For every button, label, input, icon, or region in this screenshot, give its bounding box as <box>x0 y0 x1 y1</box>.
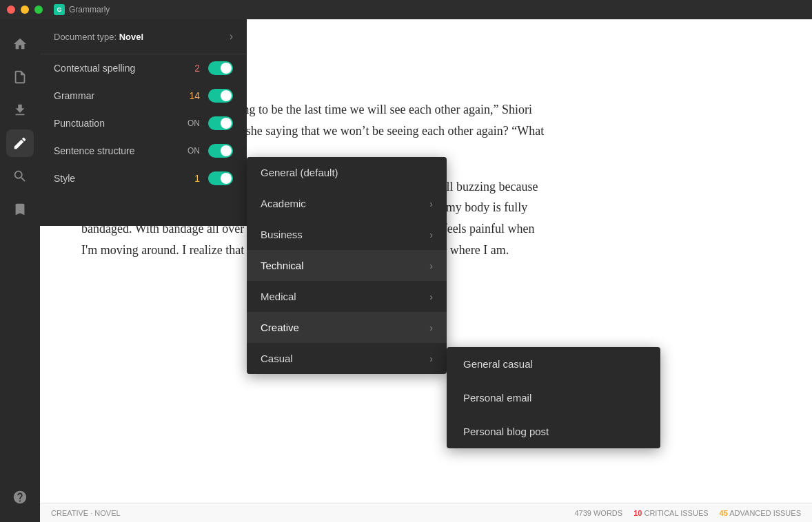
sentence-structure-item: Sentence structure ON <box>40 137 247 165</box>
critical-count: 10 <box>633 509 642 517</box>
sidebar-item-document[interactable] <box>6 63 34 91</box>
dropdown-item-general[interactable]: General (default) <box>247 157 447 188</box>
sidebar <box>0 19 40 522</box>
dropdown-item-label: General casual <box>463 358 533 370</box>
grammar-count: 14 <box>189 90 200 101</box>
dropdown-item-label: Casual <box>261 353 293 364</box>
contextual-spelling-count: 2 <box>194 63 200 74</box>
dropdown-item-label: Personal blog post <box>463 426 549 437</box>
chevron-right-icon: › <box>429 322 433 333</box>
style-label: Style <box>54 173 75 184</box>
punctuation-count: ON <box>187 118 200 128</box>
panel-header[interactable]: Document type: Novel › <box>40 19 247 54</box>
close-button[interactable] <box>7 6 15 14</box>
dropdown-item-personal-email[interactable]: Personal email <box>447 381 660 415</box>
casual-submenu-dropdown: General casual Personal email Personal b… <box>447 347 660 448</box>
panel-arrow-icon: › <box>230 30 233 43</box>
dropdown-item-label: Technical <box>261 260 304 271</box>
chevron-right-icon: › <box>429 291 433 302</box>
advanced-count: 45 <box>720 509 728 517</box>
contextual-spelling-label: Contextual spelling <box>54 63 135 74</box>
style-toggle[interactable] <box>208 171 233 185</box>
statusbar-critical: 10 CRITICAL ISSUES <box>633 509 708 517</box>
sidebar-item-download[interactable] <box>6 96 34 124</box>
chevron-right-icon: › <box>429 229 433 240</box>
dropdown-item-personal-blog[interactable]: Personal blog post <box>447 415 660 448</box>
document-type-label: Document type: Novel <box>54 32 143 42</box>
contextual-spelling-toggle[interactable] <box>208 61 233 75</box>
chevron-right-icon: › <box>429 353 433 364</box>
dropdown-item-label: Business <box>261 229 303 240</box>
app-title: G Grammarly <box>54 4 110 15</box>
sidebar-item-help[interactable] <box>6 483 34 511</box>
punctuation-label: Punctuation <box>54 118 105 129</box>
statusbar: CREATIVE · NOVEL 4739 WORDS 10 CRITICAL … <box>40 503 812 522</box>
statusbar-right: 4739 WORDS 10 CRITICAL ISSUES 45 ADVANCE… <box>574 509 801 517</box>
sidebar-item-search[interactable] <box>6 163 34 190</box>
dropdown-item-label: General (default) <box>261 167 338 178</box>
sidebar-item-edit[interactable] <box>6 129 34 157</box>
grammar-panel: Document type: Novel › Contextual spelli… <box>40 19 247 226</box>
document-type-dropdown: General (default) Academic › Business › … <box>247 157 447 374</box>
dropdown-item-business[interactable]: Business › <box>247 219 447 250</box>
titlebar: G Grammarly <box>0 0 812 19</box>
app-logo: G <box>54 4 65 15</box>
sentence-structure-count: ON <box>187 146 200 156</box>
sidebar-item-home[interactable] <box>6 30 34 58</box>
sentence-structure-label: Sentence structure <box>54 145 135 156</box>
chevron-right-icon: › <box>429 260 433 271</box>
style-item: Style 1 <box>40 165 247 192</box>
dropdown-item-label: Medical <box>261 291 296 302</box>
statusbar-advanced: 45 ADVANCED ISSUES <box>720 509 801 517</box>
punctuation-item: Punctuation ON <box>40 109 247 137</box>
punctuation-toggle[interactable] <box>208 116 233 130</box>
dropdown-item-casual[interactable]: Casual › <box>247 343 447 374</box>
dropdown-item-label: Personal email <box>463 392 531 404</box>
grammar-toggle[interactable] <box>208 89 233 103</box>
sidebar-item-bookmark[interactable] <box>6 196 34 223</box>
dropdown-item-medical[interactable]: Medical › <box>247 281 447 312</box>
dropdown-item-creative[interactable]: Creative › <box>247 312 447 343</box>
contextual-spelling-item: Contextual spelling 2 <box>40 54 247 82</box>
style-count: 1 <box>194 173 200 184</box>
statusbar-doc-type: CREATIVE · NOVEL <box>51 509 121 517</box>
grammar-label: Grammar <box>54 90 94 101</box>
statusbar-word-count: 4739 WORDS <box>574 509 622 517</box>
dropdown-item-academic[interactable]: Academic › <box>247 188 447 219</box>
dropdown-item-technical[interactable]: Technical › <box>247 250 447 281</box>
dropdown-item-label: Creative <box>261 322 299 333</box>
sentence-structure-toggle[interactable] <box>208 144 233 158</box>
grammar-item: Grammar 14 <box>40 82 247 109</box>
maximize-button[interactable] <box>34 6 43 14</box>
dropdown-item-general-casual[interactable]: General casual <box>447 347 660 381</box>
chevron-right-icon: › <box>429 198 433 209</box>
dropdown-item-label: Academic <box>261 198 306 209</box>
minimize-button[interactable] <box>21 6 29 14</box>
